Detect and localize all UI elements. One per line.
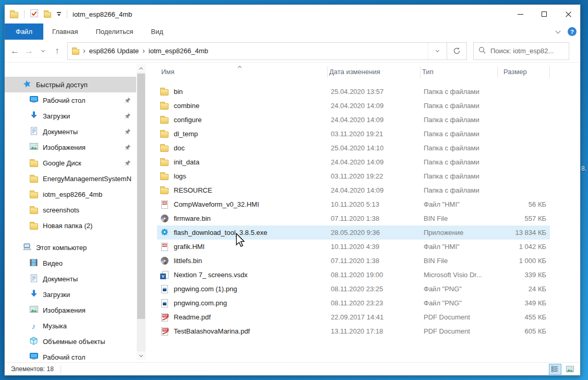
sidebar-item[interactable]: Рабочий стол	[5, 349, 136, 362]
exe-gear-icon	[160, 228, 169, 237]
column-header-size[interactable]: Размер	[498, 66, 550, 78]
sidebar-item[interactable]: Быстрый доступ	[5, 77, 136, 92]
file-row[interactable]: TestBalashovaMarina.pdf 13.11.2020 17:18…	[157, 324, 550, 338]
folder-icon	[30, 192, 38, 198]
file-date-modified: 13.11.2020 17:18	[328, 327, 421, 335]
toolbar-separator	[24, 10, 25, 18]
sidebar-item[interactable]: Рабочий стол	[5, 92, 136, 108]
file-row[interactable]: configure 24.04.2020 14:09 Папка с файла…	[157, 113, 550, 127]
sidebar-item[interactable]: Изображения	[5, 139, 136, 155]
details-view-button[interactable]	[549, 364, 561, 375]
file-type: PDF Document	[421, 327, 498, 335]
collapse-ribbon-chevron-icon[interactable]	[556, 28, 561, 33]
forward-button[interactable]: →	[22, 44, 36, 58]
file-type: Папка с файлами	[421, 172, 498, 180]
file-row[interactable]: CompWaveform_v0_32.HMI 10.11.2020 5:13 Ф…	[157, 197, 550, 211]
file-size: 13 834 КБ	[498, 229, 550, 236]
tab-file[interactable]: Файл	[5, 23, 43, 40]
file-row[interactable]: littlefs.bin 07.11.2020 1:38 BIN File 1 …	[157, 254, 550, 268]
breadcrumb-item[interactable]: iotm_esp8266_4mb	[149, 47, 208, 55]
sidebar-item[interactable]: EnergyManagementSystemN	[5, 171, 136, 186]
file-date-modified: 03.11.2020 19:21	[328, 130, 421, 138]
column-header-name[interactable]: Имя	[160, 66, 328, 78]
tab-view[interactable]: Вид	[142, 23, 172, 40]
sidebar-item[interactable]: Объемные объекты	[5, 334, 136, 349]
sidebar-item-label: Музыка	[43, 322, 67, 330]
file-row[interactable]: bin 25.04.2020 13:57 Папка с файлами	[157, 85, 550, 99]
sidebar-item[interactable]: Новая папка (2)	[5, 218, 136, 233]
folder-icon	[160, 174, 169, 180]
downloads-icon	[30, 290, 38, 299]
sidebar-item[interactable]: Google Диск	[5, 155, 136, 171]
pin-icon	[125, 144, 131, 152]
customize-toolbar-dropdown[interactable]	[57, 12, 61, 16]
sidebar-item[interactable]: iotm_esp8266_4mb	[5, 186, 136, 202]
file-name: grafik.HMI	[174, 243, 205, 251]
breadcrumb-item[interactable]: esp8266 Update	[89, 47, 139, 55]
file-row[interactable]: Readme.pdf 22.09.2017 14:41 PDF Document…	[157, 310, 550, 324]
sidebar-item[interactable]: Загрузки	[5, 287, 136, 302]
column-header-type[interactable]: Тип	[421, 66, 498, 78]
sidebar-scrollbar[interactable]	[137, 64, 146, 360]
up-button[interactable]: ↑	[50, 44, 64, 58]
file-type-icon	[160, 129, 169, 138]
file-date-modified: 28.05.2020 9:36	[328, 229, 421, 236]
scrollbar-thumb[interactable]	[137, 74, 145, 319]
address-bar[interactable]: › esp8266 Update › iotm_esp8266_4mb	[67, 42, 447, 60]
file-name-cell: logs	[160, 172, 328, 181]
tab-home[interactable]: Главная	[43, 23, 87, 40]
maximize-button[interactable]	[532, 5, 556, 23]
sidebar-item[interactable]: ♪ Музыка	[5, 318, 136, 334]
file-row[interactable]: firmware.bin 07.11.2020 1:38 BIN File 55…	[157, 211, 550, 225]
sidebar-item-icon	[29, 206, 39, 214]
refresh-button[interactable]	[447, 42, 467, 60]
sidebar-item[interactable]: Изображения	[5, 302, 136, 318]
scrollbar-down-arrow[interactable]	[137, 351, 146, 360]
file-row[interactable]: combine 24.04.2020 14:09 Папка с файлами	[157, 99, 550, 113]
help-button[interactable]: ?	[568, 27, 577, 36]
file-row[interactable]: VNextion 7_ screens.vsdx 08.11.2020 19:0…	[157, 268, 550, 282]
thumbnail-view-button[interactable]	[563, 364, 576, 375]
folder-icon	[30, 161, 38, 167]
address-history-dropdown[interactable]	[428, 43, 447, 60]
file-row[interactable]: flash_download_tool_3.8.5.exe 28.05.2020…	[157, 225, 550, 240]
sidebar-item-icon	[29, 353, 39, 362]
sidebar-item-icon	[22, 243, 32, 252]
file-row[interactable]: dl_temp 03.11.2020 19:21 Папка с файлами	[157, 127, 550, 141]
sidebar-item-icon	[29, 306, 39, 314]
sidebar-item[interactable]: screenshots	[5, 202, 136, 218]
file-date-modified: 10.11.2020 5:13	[328, 200, 421, 208]
scrollbar-up-arrow[interactable]	[137, 64, 146, 73]
sidebar-item-label: screenshots	[43, 206, 79, 214]
desktop-background: 8. iotm_esp8266_4mb Файл Главная Под	[0, 0, 588, 380]
navigation-pane: Быстрый доступ Рабочий стол Загрузки Док…	[5, 63, 136, 362]
sidebar-item-label: Документы	[43, 275, 78, 283]
file-size: 1 000 КБ	[498, 257, 550, 265]
recent-locations-dropdown[interactable]	[36, 44, 50, 58]
file-row[interactable]: doc 25.04.2020 14:10 Папка с файлами	[157, 141, 550, 155]
sidebar-item[interactable]: Документы	[5, 271, 136, 287]
file-row[interactable]: grafik.HMI 10.11.2020 4:39 Файл "HMI" 1 …	[157, 240, 550, 254]
file-type-icon	[160, 200, 169, 209]
sidebar-item-icon	[29, 111, 39, 121]
sidebar-item[interactable]: Этот компьютер	[5, 240, 136, 255]
window-title: iotm_esp8266_4mb	[73, 10, 132, 18]
file-row[interactable]: init_data 24.04.2020 14:09 Папка с файла…	[157, 155, 550, 169]
back-button[interactable]: ←	[8, 44, 22, 58]
file-row[interactable]: pngwing.com.png 08.11.2020 23:23 Файл "P…	[157, 296, 550, 310]
file-name-cell: CompWaveform_v0_32.HMI	[160, 200, 328, 209]
sidebar-item[interactable]: Загрузки	[5, 108, 136, 124]
file-row[interactable]: RESOURCE 24.04.2020 14:09 Папка с файлам…	[157, 183, 550, 197]
properties-check-button[interactable]	[30, 9, 38, 19]
sidebar-item[interactable]: Видео	[5, 255, 136, 271]
file-row[interactable]: pngwing.com (1).png 08.11.2020 23:25 Фай…	[157, 282, 550, 296]
new-folder-button[interactable]	[44, 12, 51, 18]
search-input[interactable]	[490, 47, 564, 55]
file-name: flash_download_tool_3.8.5.exe	[174, 229, 267, 236]
column-header-date[interactable]: Дата изменения	[328, 66, 421, 78]
minimize-button[interactable]	[508, 5, 532, 23]
sidebar-item[interactable]: Документы	[5, 124, 136, 139]
tab-share[interactable]: Поделиться	[87, 23, 142, 40]
close-button[interactable]	[556, 5, 580, 23]
file-row[interactable]: logs 03.11.2020 19:22 Папка с файлами	[157, 169, 550, 183]
